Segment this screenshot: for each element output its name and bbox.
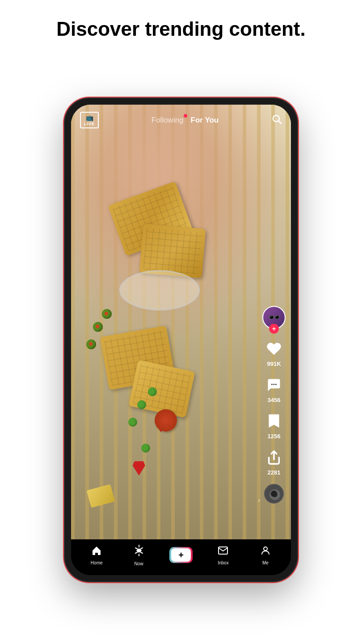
- olive-3: [102, 309, 112, 319]
- svg-point-5: [265, 485, 283, 503]
- phone-screen: 📺 LIVE Following For You: [71, 105, 291, 575]
- grape-1: [137, 400, 146, 409]
- create-button[interactable]: +: [169, 547, 193, 563]
- nav-me[interactable]: Me: [244, 545, 286, 565]
- live-label: LIVE: [84, 122, 95, 126]
- nav-create[interactable]: +: [160, 547, 202, 563]
- bookmark-count: 1256: [268, 433, 281, 440]
- me-label: Me: [262, 560, 269, 565]
- video-top-nav: 📺 LIVE Following For You: [71, 105, 291, 133]
- svg-point-9: [273, 491, 277, 496]
- bookmark-action[interactable]: 1256: [264, 411, 284, 440]
- creator-avatar-container: 🕶️ +: [262, 306, 286, 329]
- live-dot: [184, 114, 187, 118]
- meat-visual: [155, 409, 177, 432]
- phone-mockup: 📺 LIVE Following For You: [65, 54, 297, 644]
- feed-tabs: Following For You: [152, 116, 219, 125]
- music-disc-action[interactable]: ♪: [264, 484, 284, 504]
- bowl-visual: [119, 270, 200, 310]
- svg-point-3: [274, 384, 275, 385]
- tv-icon: 📺: [86, 114, 93, 121]
- profile-icon: [260, 545, 271, 559]
- comment-icon: [264, 375, 284, 395]
- create-icon: +: [171, 548, 191, 562]
- svg-point-7: [272, 492, 278, 497]
- music-disc: [264, 484, 284, 504]
- inbox-icon: [218, 545, 228, 559]
- grape-2: [128, 418, 137, 427]
- comment-action[interactable]: 3456: [264, 375, 284, 403]
- svg-point-10: [264, 547, 267, 551]
- bottom-navigation: Home Now +: [71, 539, 291, 575]
- phone-frame: 📺 LIVE Following For You: [65, 98, 297, 581]
- nav-home[interactable]: Home: [76, 545, 118, 565]
- nav-inbox[interactable]: Inbox: [202, 545, 244, 565]
- search-button[interactable]: [271, 114, 282, 127]
- right-actions-panel: 🕶️ + 991K: [262, 306, 286, 504]
- music-note-icon: ♪: [258, 497, 261, 503]
- comment-count: 3456: [268, 397, 281, 403]
- bookmark-icon: [264, 411, 284, 431]
- cracker-visual-2: [139, 224, 206, 279]
- following-tab[interactable]: Following: [152, 116, 184, 125]
- video-feed[interactable]: 📺 LIVE Following For You: [71, 105, 291, 539]
- share-action[interactable]: 2281: [264, 448, 284, 476]
- nav-now[interactable]: Now: [118, 544, 160, 566]
- foryou-tab[interactable]: For You: [191, 116, 219, 125]
- svg-line-1: [278, 121, 281, 123]
- share-count: 2281: [268, 469, 281, 476]
- now-icon: [134, 544, 144, 559]
- svg-point-4: [275, 384, 277, 385]
- inbox-label: Inbox: [218, 560, 228, 565]
- page-headline: Discover trending content.: [43, 0, 319, 54]
- svg-point-6: [269, 489, 280, 500]
- disc-inner: [265, 485, 283, 503]
- home-icon: [91, 545, 102, 559]
- svg-point-8: [274, 493, 276, 496]
- live-button[interactable]: 📺 LIVE: [80, 112, 99, 128]
- home-label: Home: [91, 560, 103, 565]
- like-count: 991K: [267, 360, 281, 367]
- heart-icon: [264, 339, 284, 359]
- now-label: Now: [135, 561, 143, 566]
- like-action[interactable]: 991K: [264, 339, 284, 367]
- share-icon: [264, 448, 284, 467]
- follow-button[interactable]: +: [269, 324, 279, 334]
- svg-point-2: [271, 384, 273, 385]
